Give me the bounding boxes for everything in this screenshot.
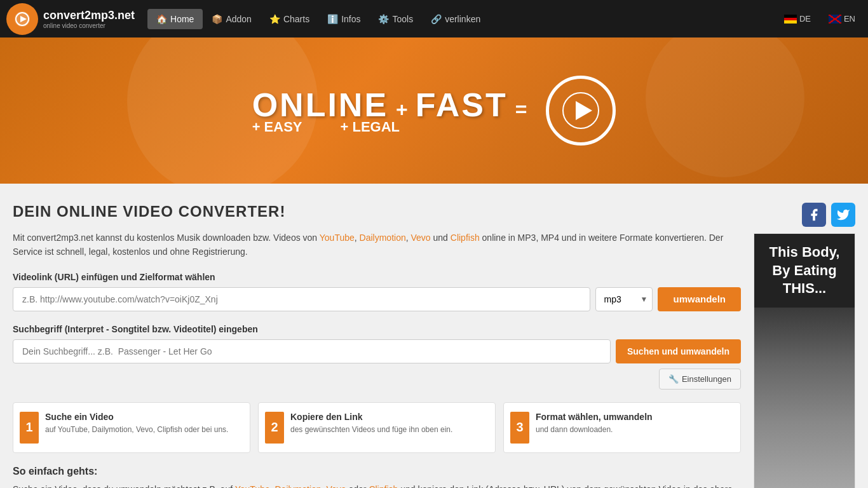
- logo-title: convert2mp3.net: [43, 9, 135, 22]
- nav-tools-label: Tools: [392, 14, 413, 24]
- nav-addon[interactable]: 📦 Addon: [203, 9, 260, 29]
- language-switcher: DE EN: [778, 10, 862, 27]
- wrench-icon: 🔧: [668, 374, 679, 384]
- nav-links: 🏠 Home 📦 Addon ⭐ Charts ℹ️ Infos ⚙️ Tool…: [147, 9, 778, 29]
- lang-de-label: DE: [799, 14, 811, 24]
- logo[interactable]: convert2mp3.net online video converter: [6, 3, 135, 35]
- nav-verlinken[interactable]: 🔗 verlinken: [422, 9, 489, 29]
- page-title: DEIN ONLINE VIDEO CONVERTER!: [13, 203, 741, 220]
- nav-tools[interactable]: ⚙️ Tools: [369, 9, 422, 29]
- nav-charts[interactable]: ⭐ Charts: [261, 9, 318, 29]
- navbar: convert2mp3.net online video converter 🏠…: [0, 0, 868, 37]
- how-text: Suche ein Video, dass du umwandeln möcht…: [13, 482, 741, 488]
- settings-label: Einstellungen: [682, 374, 731, 384]
- facebook-icon: [807, 208, 821, 222]
- convert-button[interactable]: umwandeln: [658, 287, 741, 311]
- search-form-section: Suchbegriff (Interpret - Songtitel bzw. …: [13, 324, 741, 390]
- step-title-1: Suche ein Video: [45, 412, 241, 422]
- lang-de-button[interactable]: DE: [778, 10, 817, 27]
- format-select[interactable]: mp3 mp4 aac ogg wav: [595, 287, 653, 311]
- search-button[interactable]: Suchen und umwandeln: [616, 339, 741, 363]
- twitter-icon: [836, 208, 850, 222]
- hero-equals: =: [515, 98, 527, 121]
- step-content-2: Kopiere den Link des gewünschten Videos …: [290, 412, 486, 435]
- nav-home[interactable]: 🏠 Home: [147, 9, 203, 29]
- ad-image: [754, 308, 855, 488]
- step-card-2: 2 Kopiere den Link des gewünschten Video…: [258, 402, 496, 453]
- step-title-3: Format wählen, umwandeln: [536, 412, 731, 422]
- how-link-dailymotion[interactable]: Dailymotion: [275, 484, 322, 488]
- steps-row: 1 Suche ein Video auf YouTube, Dailymoti…: [13, 402, 741, 453]
- how-oder: oder: [348, 484, 369, 488]
- hero-line1: ONLINE: [252, 86, 388, 124]
- how-title: So einfach gehts:: [13, 466, 741, 477]
- logo-text: convert2mp3.net online video converter: [43, 9, 135, 29]
- addon-icon: 📦: [212, 14, 222, 24]
- url-form-label: Videolink (URL) einfügen und Zielformat …: [13, 272, 741, 282]
- search-form-label: Suchbegriff (Interpret - Songtitel bzw. …: [13, 324, 741, 334]
- star-icon: ⭐: [269, 14, 280, 24]
- step-card-1: 1 Suche ein Video auf YouTube, Dailymoti…: [13, 402, 250, 453]
- step-title-2: Kopiere den Link: [290, 412, 486, 422]
- url-row: mp3 mp4 aac ogg wav ▼ umwandeln: [13, 287, 741, 311]
- main-container: DEIN ONLINE VIDEO CONVERTER! Mit convert…: [0, 184, 868, 488]
- flag-de-icon: [784, 15, 797, 24]
- hero-banner: ONLINE + FAST = + EASY + LEGAL: [0, 37, 868, 184]
- how-link-clipfish[interactable]: Clipfish: [369, 484, 398, 488]
- link-dailymotion[interactable]: Dailymotion: [360, 233, 406, 243]
- nav-charts-label: Charts: [283, 14, 309, 24]
- how-intro: Suche ein Video, dass du umwandeln möcht…: [13, 484, 235, 488]
- nav-home-label: Home: [170, 14, 194, 24]
- hero-content: ONLINE + FAST = + EASY + LEGAL: [252, 76, 616, 146]
- facebook-button[interactable]: [802, 203, 826, 227]
- info-icon: ℹ️: [327, 14, 338, 24]
- nav-addon-label: Addon: [226, 14, 251, 24]
- step-desc-1: auf YouTube, Dailymotion, Vevo, Clipfish…: [45, 424, 241, 435]
- how-to-section: So einfach gehts: Suche ein Video, dass …: [13, 466, 741, 488]
- social-row: [754, 203, 855, 227]
- main-content: DEIN ONLINE VIDEO CONVERTER! Mit convert…: [13, 203, 741, 488]
- ad-banner: This Body, By Eating THIS...: [754, 233, 855, 488]
- hero-plus1: +: [396, 98, 408, 121]
- step-card-3: 3 Format wählen, umwandeln und dann down…: [503, 402, 741, 453]
- search-row: Suchen und umwandeln: [13, 339, 741, 363]
- link-clipfish[interactable]: Clipfish: [451, 233, 480, 243]
- svg-marker-4: [576, 101, 592, 120]
- tools-icon: ⚙️: [378, 14, 389, 24]
- hero-text: ONLINE + FAST = + EASY + LEGAL: [252, 86, 527, 135]
- description-text: Mit convert2mp3.net kannst du kostenlos …: [13, 231, 741, 259]
- link-youtube[interactable]: YouTube: [320, 233, 355, 243]
- nav-verlinken-label: verlinken: [445, 14, 480, 24]
- how-link-youtube[interactable]: YouTube: [235, 484, 270, 488]
- sidebar: This Body, By Eating THIS...: [754, 203, 855, 488]
- search-input[interactable]: [13, 339, 611, 363]
- twitter-button[interactable]: [831, 203, 855, 227]
- format-select-wrap: mp3 mp4 aac ogg wav ▼: [595, 287, 653, 311]
- step-desc-3: und dann downloaden.: [536, 424, 731, 435]
- step-num-3: 3: [510, 412, 529, 444]
- home-icon: 🏠: [156, 14, 167, 24]
- url-form-section: Videolink (URL) einfügen und Zielformat …: [13, 272, 741, 311]
- link-icon: 🔗: [431, 14, 442, 24]
- step-num-2: 2: [265, 412, 284, 444]
- logo-subtitle: online video converter: [43, 22, 135, 29]
- step-num-1: 1: [20, 412, 39, 444]
- step-content-3: Format wählen, umwandeln und dann downlo…: [536, 412, 731, 435]
- lang-en-label: EN: [844, 14, 855, 24]
- hero-fast: FAST: [416, 86, 508, 124]
- step-desc-2: des gewünschten Videos und füge ihn oben…: [290, 424, 486, 435]
- link-vevo[interactable]: Vevo: [410, 233, 430, 243]
- nav-infos-label: Infos: [341, 14, 360, 24]
- settings-button[interactable]: 🔧 Einstellungen: [659, 369, 741, 390]
- flag-en-icon: [829, 15, 841, 24]
- desc-intro: Mit convert2mp3.net kannst du kostenlos …: [13, 233, 320, 243]
- url-input[interactable]: [13, 287, 590, 311]
- desc-und: und: [433, 233, 451, 243]
- ad-text: This Body, By Eating THIS...: [754, 234, 855, 308]
- how-link-vevo[interactable]: Vevo: [326, 484, 346, 488]
- nav-infos[interactable]: ℹ️ Infos: [318, 9, 369, 29]
- logo-icon: [6, 3, 38, 35]
- settings-row: 🔧 Einstellungen: [13, 369, 741, 390]
- step-content-1: Suche ein Video auf YouTube, Dailymotion…: [45, 412, 241, 435]
- lang-en-button[interactable]: EN: [822, 10, 862, 27]
